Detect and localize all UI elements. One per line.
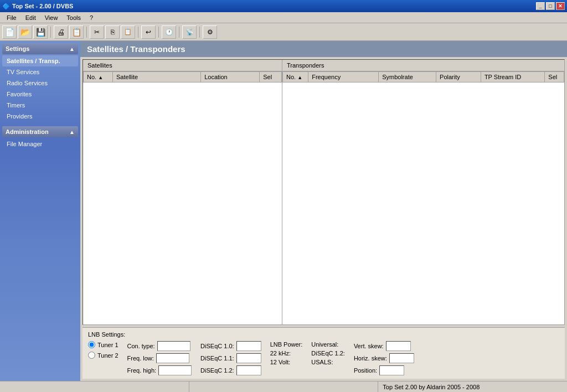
con-type-label: Con. type: bbox=[127, 343, 155, 349]
freq-low-label: Freq. low: bbox=[127, 355, 154, 362]
app-title: Top Set - 2.00 / DVBS bbox=[12, 3, 73, 9]
paste-button[interactable]: 📋 bbox=[121, 25, 135, 39]
tuner1-radio[interactable] bbox=[88, 341, 95, 348]
scan-button[interactable]: 📡 bbox=[182, 25, 197, 39]
lnb-settings-title: LNB Settings: bbox=[88, 331, 559, 338]
toolbar-separator-3 bbox=[138, 27, 138, 38]
transponders-col-tp-stream-id[interactable]: TP Stream ID bbox=[481, 72, 544, 82]
save-button[interactable]: 💾 bbox=[33, 25, 48, 39]
undo-button[interactable]: ↩ bbox=[141, 25, 156, 39]
menu-bar: File Edit View Tools ? bbox=[0, 12, 567, 23]
cut-button[interactable]: ✂ bbox=[90, 25, 104, 39]
position-label: Position: bbox=[354, 367, 377, 374]
administration-chevron-icon: ▲ bbox=[69, 129, 75, 135]
tuner1-row: Tuner 1 bbox=[88, 341, 118, 348]
diseqc12b-label: DiSEqC 1.2: bbox=[311, 350, 345, 357]
diseqc11-input[interactable] bbox=[236, 353, 261, 363]
horiz-skew-label: Horiz. skew: bbox=[354, 355, 387, 362]
lnb-settings-area: LNB Settings: Tuner 1 Tuner 2 bbox=[83, 327, 565, 379]
transponders-col-sel[interactable]: Sel bbox=[545, 72, 564, 82]
sidebar-item-providers[interactable]: Providers bbox=[2, 111, 78, 122]
satellites-col-no[interactable]: No. ▲ bbox=[84, 72, 113, 82]
satellites-panel: Satellites No. ▲ Satellite Location Sel bbox=[83, 60, 282, 324]
title-bar: 🔷 Top Set - 2.00 / DVBS _ □ ✕ bbox=[0, 0, 567, 12]
settings-section-label: Settings bbox=[6, 45, 29, 52]
menu-tools[interactable]: Tools bbox=[62, 13, 85, 22]
minimize-button[interactable]: _ bbox=[536, 2, 545, 10]
tuner2-radio[interactable] bbox=[88, 352, 95, 359]
tuner1-label: Tuner 1 bbox=[97, 342, 118, 348]
transponders-col-polarity[interactable]: Polarity bbox=[436, 72, 481, 82]
diseqc10-label: DiSEqC 1.0: bbox=[200, 343, 234, 349]
vert-skew-label: Vert. skew: bbox=[354, 343, 384, 349]
toolbar-separator-2 bbox=[86, 27, 87, 38]
status-bar: Top Set 2.00 by Aldarin 2005 - 2008 bbox=[0, 381, 567, 392]
new-button[interactable]: 📄 bbox=[2, 25, 17, 39]
transponders-header: Transponders bbox=[282, 60, 564, 71]
status-section-3: Top Set 2.00 by Aldarin 2005 - 2008 bbox=[378, 381, 567, 392]
sidebar: Settings ▲ Satellites / Transp. TV Servi… bbox=[0, 41, 80, 381]
toolbar-separator-4 bbox=[158, 27, 159, 38]
title-bar-buttons: _ □ ✕ bbox=[536, 2, 565, 10]
satellites-table: No. ▲ Satellite Location Sel bbox=[83, 71, 282, 82]
sidebar-item-file-manager[interactable]: File Manager bbox=[2, 138, 78, 149]
menu-view[interactable]: View bbox=[40, 13, 63, 22]
satellites-col-location[interactable]: Location bbox=[201, 72, 260, 82]
toolbar: 📄 📂 💾 🖨 📋 ✂ ⎘ 📋 ↩ 🕐 📡 ⚙ bbox=[0, 23, 567, 41]
satellites-col-sel[interactable]: Sel bbox=[260, 72, 282, 82]
transponders-col-no[interactable]: No. ▲ bbox=[283, 72, 308, 82]
menu-edit[interactable]: Edit bbox=[21, 13, 40, 22]
sidebar-item-radio-services[interactable]: Radio Services bbox=[2, 78, 78, 89]
tables-area: Satellites No. ▲ Satellite Location Sel bbox=[83, 59, 565, 325]
horiz-skew-input[interactable] bbox=[389, 353, 414, 363]
sort-arrow-icon: ▲ bbox=[98, 75, 103, 80]
settings-button[interactable]: ⚙ bbox=[203, 25, 217, 39]
tuner-group: Tuner 1 Tuner 2 bbox=[88, 341, 118, 359]
khz22-label: 22 kHz: bbox=[270, 350, 291, 357]
con-type-input[interactable] bbox=[157, 341, 190, 351]
close-button[interactable]: ✕ bbox=[556, 2, 565, 10]
clock-button[interactable]: 🕐 bbox=[162, 25, 176, 39]
sidebar-item-timers[interactable]: Timers bbox=[2, 100, 78, 111]
transponders-col-frequency[interactable]: Frequency bbox=[308, 72, 379, 82]
copy-button[interactable]: ⎘ bbox=[105, 25, 120, 39]
universal-label: Universal: bbox=[311, 341, 338, 348]
tuner2-row: Tuner 2 bbox=[88, 352, 118, 359]
toolbar-separator-5 bbox=[179, 27, 179, 38]
sidebar-item-favorites[interactable]: Favorites bbox=[2, 89, 78, 100]
content-area: Satellites / Transponders Satellites No.… bbox=[80, 41, 567, 381]
open-button[interactable]: 📂 bbox=[18, 25, 32, 39]
freq-low-input[interactable] bbox=[156, 353, 189, 363]
print-button[interactable]: 🖨 bbox=[54, 25, 68, 39]
transponders-table: No. ▲ Frequency Symbolrate Polarity TP S… bbox=[282, 71, 564, 82]
vert-skew-input[interactable] bbox=[386, 341, 411, 351]
usals-label: USALS: bbox=[311, 359, 333, 365]
print-preview-button[interactable]: 📋 bbox=[69, 25, 84, 39]
status-section-1 bbox=[0, 381, 189, 392]
diseqc12-input[interactable] bbox=[236, 365, 261, 375]
sidebar-item-tv-services[interactable]: TV Services bbox=[2, 66, 78, 78]
sidebar-gap bbox=[2, 122, 78, 126]
page-title: Satellites / Transponders bbox=[80, 41, 567, 57]
settings-section-header[interactable]: Settings ▲ bbox=[2, 43, 78, 54]
maximize-button[interactable]: □ bbox=[546, 2, 555, 10]
status-section-2 bbox=[189, 381, 379, 392]
transponders-col-symbolrate[interactable]: Symbolrate bbox=[379, 72, 436, 82]
administration-section-header[interactable]: Administration ▲ bbox=[2, 126, 78, 137]
freq-high-input[interactable] bbox=[158, 365, 192, 375]
diseqc12-label: DiSEqC 1.2: bbox=[200, 367, 234, 374]
satellites-col-satellite[interactable]: Satellite bbox=[113, 72, 201, 82]
transponders-sort-arrow-icon: ▲ bbox=[297, 75, 302, 80]
lnb-power-label: LNB Power: bbox=[270, 341, 303, 348]
diseqc10-input[interactable] bbox=[236, 341, 261, 351]
main-layout: Settings ▲ Satellites / Transp. TV Servi… bbox=[0, 41, 567, 381]
tuner2-label: Tuner 2 bbox=[97, 352, 118, 359]
app-icon: 🔷 bbox=[2, 3, 10, 10]
menu-file[interactable]: File bbox=[2, 13, 21, 22]
satellites-header: Satellites bbox=[83, 60, 282, 71]
menu-help[interactable]: ? bbox=[85, 13, 97, 22]
title-bar-left: 🔷 Top Set - 2.00 / DVBS bbox=[2, 3, 73, 10]
position-input[interactable] bbox=[379, 365, 404, 375]
v12-label: 12 Volt: bbox=[270, 359, 291, 365]
sidebar-item-satellites[interactable]: Satellites / Transp. bbox=[2, 55, 78, 66]
